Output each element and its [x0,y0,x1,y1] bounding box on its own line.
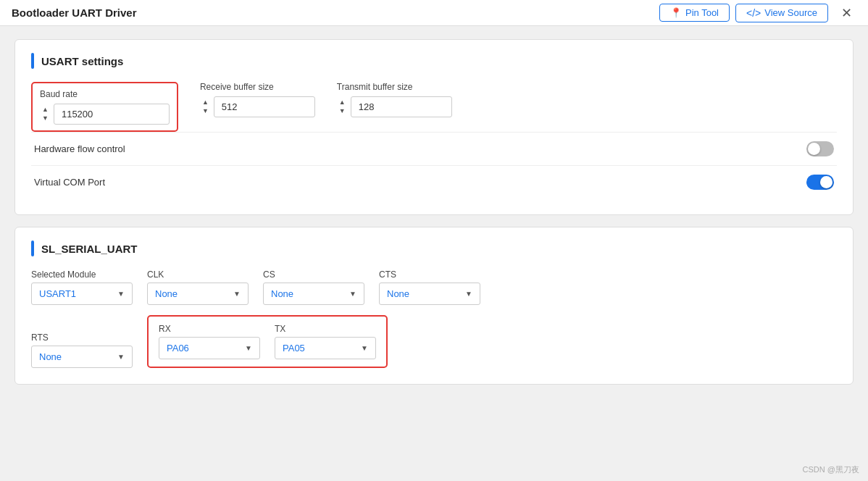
top-bar: Bootloader UART Driver 📍 Pin Tool </> Vi… [0,0,868,26]
transmit-buffer-controls[interactable]: ▲ ▼ [337,99,348,115]
hardware-flow-control-label: Hardware flow control [34,143,125,154]
page-title: Bootloader UART Driver [12,7,137,19]
cts-group: CTS None ▼ [379,269,480,305]
receive-buffer-spinner: ▲ ▼ [200,96,315,117]
baud-rate-highlighted: Baud rate ▲ ▼ [31,82,178,132]
clk-label: CLK [147,269,249,280]
cts-select[interactable]: None ▼ [379,283,480,305]
cs-label: CS [263,269,364,280]
rx-group: RX PA06 ▼ [159,324,260,359]
view-source-button[interactable]: </> View Source [735,4,828,22]
baud-rate-field-group: Baud rate ▲ ▼ [40,89,170,125]
pin-tool-button[interactable]: 📍 Pin Tool [659,4,730,22]
sl-fields-row-1: Selected Module USART1 ▼ CLK None ▼ CS N… [31,269,837,305]
virtual-com-port-row: Virtual COM Port [31,165,837,198]
transmit-buffer-input[interactable] [351,96,452,117]
tx-select[interactable]: PA05 ▼ [275,337,376,359]
baud-rate-up[interactable]: ▲ [40,106,51,114]
receive-buffer-input[interactable] [214,96,315,117]
virtual-com-port-label: Virtual COM Port [34,177,105,188]
baud-rate-label: Baud rate [40,89,170,99]
transmit-buffer-down[interactable]: ▼ [337,107,348,115]
baud-rate-spinner: ▲ ▼ [40,104,170,125]
rts-value: None [39,351,62,362]
sl-serial-uart-card: SL_SERIAL_UART Selected Module USART1 ▼ … [14,227,854,385]
hardware-flow-control-row: Hardware flow control [31,132,837,165]
receive-buffer-down[interactable]: ▼ [200,107,211,115]
cs-value: None [271,288,293,299]
receive-buffer-up[interactable]: ▲ [200,99,211,106]
rx-chevron: ▼ [245,344,252,352]
transmit-buffer-up[interactable]: ▲ [337,99,348,106]
rts-label: RTS [31,332,133,343]
baud-rate-input[interactable] [54,104,170,125]
tx-group: TX PA05 ▼ [275,324,376,359]
rx-select[interactable]: PA06 ▼ [159,337,260,359]
tx-label: TX [275,324,376,334]
baud-rate-controls[interactable]: ▲ ▼ [40,106,51,122]
rx-value: PA06 [167,343,189,354]
sl-fields-row-2: RTS None ▼ RX PA06 ▼ TX [31,315,837,368]
tx-chevron: ▼ [361,344,368,352]
hardware-flow-control-toggle[interactable] [806,141,834,156]
usart-settings-card: USART settings Baud rate ▲ ▼ [14,39,854,215]
selected-module-chevron: ▼ [117,290,125,298]
usart-section-title: USART settings [41,55,123,67]
virtual-com-port-toggle[interactable] [806,175,834,190]
selected-module-select[interactable]: USART1 ▼ [31,283,133,305]
usart-section-header: USART settings [31,53,837,69]
content-area: USART settings Baud rate ▲ ▼ [0,26,868,398]
selected-module-value: USART1 [39,288,76,299]
sl-serial-section-title: SL_SERIAL_UART [41,243,138,255]
clk-value: None [155,288,178,299]
cts-value: None [387,288,409,299]
code-icon: </> [746,7,761,19]
close-button[interactable]: ✕ [837,4,856,22]
selected-module-group: Selected Module USART1 ▼ [31,269,133,305]
pin-icon: 📍 [670,7,682,18]
sl-serial-section-header: SL_SERIAL_UART [31,240,837,256]
selected-module-label: Selected Module [31,269,133,280]
hardware-flow-control-thumb [808,143,820,155]
tx-value: PA05 [283,343,305,354]
rts-chevron: ▼ [117,353,125,361]
sl-section-accent [31,240,34,256]
section-accent [31,53,34,69]
cts-chevron: ▼ [465,290,472,298]
top-bar-actions: 📍 Pin Tool </> View Source ✕ [659,4,856,22]
clk-select[interactable]: None ▼ [147,283,249,305]
usart-fields-row: Baud rate ▲ ▼ Receive buffer size ▲ [31,82,837,132]
rts-select[interactable]: None ▼ [31,346,133,368]
transmit-buffer-label: Transmit buffer size [337,82,452,92]
transmit-buffer-field-group: Transmit buffer size ▲ ▼ [337,82,452,117]
baud-rate-down[interactable]: ▼ [40,114,51,122]
cs-group: CS None ▼ [263,269,364,305]
cts-label: CTS [379,269,480,280]
clk-group: CLK None ▼ [147,269,249,305]
cs-select[interactable]: None ▼ [263,283,364,305]
rts-group: RTS None ▼ [31,332,133,368]
receive-buffer-controls[interactable]: ▲ ▼ [200,99,211,115]
transmit-buffer-spinner: ▲ ▼ [337,96,452,117]
rx-label: RX [159,324,260,334]
cs-chevron: ▼ [349,290,356,298]
clk-chevron: ▼ [233,290,241,298]
rx-tx-highlight: RX PA06 ▼ TX PA05 ▼ [147,315,388,368]
receive-buffer-field-group: Receive buffer size ▲ ▼ [200,82,315,117]
receive-buffer-label: Receive buffer size [200,82,315,92]
virtual-com-port-thumb [820,176,832,188]
